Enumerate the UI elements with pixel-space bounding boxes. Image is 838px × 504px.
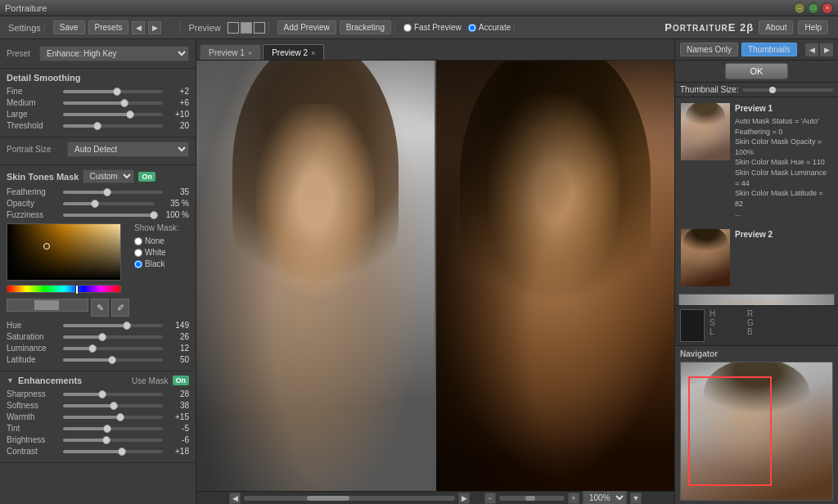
h-label: H (710, 309, 718, 318)
names-only-button[interactable]: Names Only (680, 43, 738, 56)
zoom-dropdown-button[interactable]: ▼ (630, 493, 642, 504)
thumbnail-size-thumb[interactable] (769, 87, 776, 93)
scroll-thumb[interactable] (307, 496, 349, 501)
large-slider-row: Large +10 (7, 110, 189, 119)
zoom-in-button[interactable]: + (568, 493, 579, 504)
skin-tones-title: Skin Tones Mask (7, 172, 79, 182)
hue-bar[interactable] (7, 285, 121, 293)
scroll-track[interactable] (244, 496, 455, 501)
thumbnail-size-label: Thumbnail Size: (680, 85, 739, 94)
warmth-track[interactable] (63, 416, 163, 419)
tab-preview2-close[interactable]: × (311, 49, 315, 57)
tab-preview1[interactable]: Preview 1 × (200, 44, 261, 60)
latitude-slider-row: Latitude 50 (7, 355, 189, 364)
preset-select[interactable]: Enhance: High Key (39, 46, 189, 61)
fine-track[interactable] (63, 90, 163, 93)
layout-double-icon[interactable] (241, 22, 252, 34)
channel-h-row: H R (710, 309, 775, 318)
feathering-track[interactable] (63, 191, 163, 194)
portrait-size-select[interactable]: Auto Detect (67, 142, 189, 157)
mask-black-radio[interactable] (134, 260, 142, 268)
threshold-value: 20 (166, 121, 189, 130)
presets-button[interactable]: Presets (88, 20, 129, 34)
thumbnail-size-slider[interactable] (742, 88, 833, 92)
hue-slider-label: Hue (7, 321, 60, 330)
contrast-track[interactable] (63, 450, 163, 453)
preview-section: Preview (185, 22, 268, 34)
thumbnails-button[interactable]: Thumbnails (741, 43, 797, 56)
contrast-value: +18 (166, 447, 189, 456)
mask-none-radio[interactable] (134, 237, 142, 245)
luminance-track[interactable] (63, 347, 163, 350)
thumbnail-item-preview2[interactable]: Preview 2 (678, 227, 835, 289)
add-preview-button[interactable]: Add Preview (277, 20, 336, 34)
sharpness-slider-row: Sharpness 28 (7, 389, 189, 398)
about-button[interactable]: About (759, 20, 793, 34)
large-track[interactable] (63, 113, 163, 116)
mask-white-option[interactable]: White (134, 248, 178, 257)
channel-l-row: L B (710, 327, 775, 336)
medium-track[interactable] (63, 101, 163, 105)
sharpness-track[interactable] (63, 393, 163, 396)
tab-preview2[interactable]: Preview 2 × (263, 44, 324, 60)
mask-black-option[interactable]: Black (134, 259, 178, 268)
opacity-track[interactable] (63, 202, 155, 205)
hue-slider-value: 149 (166, 321, 189, 330)
undo-button[interactable]: ◀ (132, 21, 145, 34)
thumb1-info2: Feathering = 0 (735, 127, 832, 137)
brightness-track[interactable] (63, 439, 163, 442)
mask-white-radio[interactable] (134, 249, 142, 257)
l-value (721, 327, 737, 336)
show-mask-options: Show Mask: None White Black (134, 223, 178, 317)
fast-preview-radio-label[interactable]: Fast Preview (403, 23, 462, 32)
maximize-button[interactable]: □ (808, 2, 819, 14)
threshold-track[interactable] (63, 124, 163, 128)
fuzziness-label: Fuzziness (7, 210, 60, 219)
softness-track[interactable] (63, 404, 163, 407)
accurate-radio[interactable] (468, 24, 476, 32)
color-gradient-picker[interactable] (7, 223, 121, 281)
latitude-track[interactable] (63, 358, 163, 362)
ok-button[interactable]: OK (725, 63, 789, 79)
layout-triple-icon[interactable] (254, 22, 265, 34)
close-button[interactable]: × (822, 2, 833, 14)
tabs-bar: Preview 1 × Preview 2 × (196, 39, 674, 61)
scroll-right-button[interactable]: ▶ (458, 493, 470, 504)
help-button[interactable]: Help (798, 20, 828, 34)
zoom-out-button[interactable]: − (484, 493, 496, 504)
redo-button[interactable]: ▶ (148, 21, 161, 34)
layout-single-icon[interactable] (228, 22, 239, 34)
hue-slider-track[interactable] (63, 324, 163, 327)
large-label: Large (7, 110, 60, 119)
zoom-select[interactable]: 100% (583, 491, 627, 504)
save-button[interactable]: Save (53, 20, 85, 34)
center-panel: Preview 1 × Preview 2 × (196, 39, 674, 504)
bracketing-button[interactable]: Bracketing (340, 20, 391, 34)
minimize-button[interactable]: – (794, 2, 805, 14)
zoom-thumb[interactable] (525, 496, 535, 501)
zoom-track[interactable] (499, 496, 565, 501)
color-area: ✎ ✐ Show Mask: None White Black (7, 223, 189, 317)
fast-preview-radio[interactable] (403, 24, 412, 32)
nav-next-button[interactable]: ▶ (820, 43, 833, 56)
opacity-slider-row: Opacity 35 % (7, 199, 189, 208)
tint-track[interactable] (63, 427, 163, 430)
saturation-track[interactable] (63, 335, 163, 339)
eyedropper-add-button[interactable]: ✐ (111, 299, 129, 317)
thumbnails-list[interactable]: Preview 1 Auto Mask Status = 'Auto' Feat… (675, 97, 838, 305)
preset-label: Preset (7, 49, 35, 58)
fuzziness-track[interactable] (63, 214, 155, 217)
navigator-preview[interactable] (680, 362, 833, 501)
nav-prev-button[interactable]: ◀ (805, 43, 818, 56)
large-value: +10 (166, 110, 189, 119)
enhancements-collapse[interactable]: ▼ (7, 376, 14, 385)
accurate-radio-label[interactable]: Accurate (468, 23, 511, 32)
channel-s-row: S G (710, 318, 775, 327)
scroll-left-button[interactable]: ◀ (229, 493, 241, 504)
thumbnail-item-preview1[interactable]: Preview 1 Auto Mask Status = 'Auto' Feat… (678, 101, 835, 222)
mask-none-option[interactable]: None (134, 236, 178, 245)
tab-preview1-close[interactable]: × (248, 49, 252, 57)
eyedropper-button[interactable]: ✎ (91, 299, 109, 317)
mask-type-select[interactable]: Custom (83, 169, 134, 183)
settings-label: Settings (8, 23, 41, 33)
